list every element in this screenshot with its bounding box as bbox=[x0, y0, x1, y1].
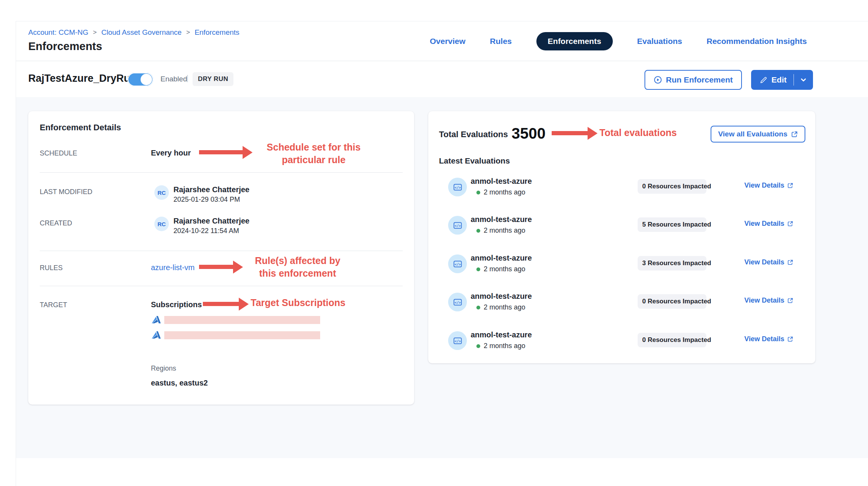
evaluation-row: </> anmol-test-azure 2 months ago 5 Reso… bbox=[428, 207, 815, 243]
last-modified-date: 2025-01-29 03:04 PM bbox=[173, 196, 240, 204]
tab-recommendation-insights[interactable]: Recommendation Insights bbox=[706, 37, 807, 46]
latest-evaluations-label: Latest Evaluations bbox=[439, 156, 510, 165]
rules-label: RULES bbox=[40, 264, 63, 272]
tab-rules[interactable]: Rules bbox=[490, 37, 512, 46]
rule-link[interactable]: azure-list-vm bbox=[151, 263, 194, 272]
evaluation-name: anmol-test-azure bbox=[471, 177, 532, 186]
resources-impacted-badge: 0 Resources Impacted bbox=[638, 333, 706, 347]
evaluation-time: 2 months ago bbox=[484, 303, 525, 311]
total-annotation: Total evaluations bbox=[599, 126, 710, 139]
breadcrumb: Account: CCM-NG > Cloud Asset Governance… bbox=[28, 28, 240, 37]
enforcement-details-card: Enforcement Details SCHEDULE Every hour … bbox=[28, 111, 414, 405]
schedule-value: Every hour bbox=[151, 149, 191, 157]
script-icon: </> bbox=[448, 254, 467, 273]
view-details-link[interactable]: View Details bbox=[744, 296, 793, 305]
external-link-icon bbox=[787, 259, 793, 265]
target-type: Subscriptions bbox=[151, 300, 202, 309]
view-details-link[interactable]: View Details bbox=[744, 335, 793, 343]
target-annotation-arrow bbox=[203, 302, 239, 306]
last-modified-label: LAST MODIFIED bbox=[40, 188, 92, 196]
regions-value: eastus, eastus2 bbox=[151, 379, 208, 387]
total-evaluations-value: 3500 bbox=[512, 125, 546, 142]
status-dot bbox=[476, 191, 480, 194]
top-tabs: Overview Rules Enforcements Evaluations … bbox=[430, 32, 807, 50]
section-divider bbox=[40, 251, 403, 251]
tab-overview[interactable]: Overview bbox=[430, 37, 465, 46]
view-details-link[interactable]: View Details bbox=[744, 220, 793, 228]
status-dot bbox=[476, 344, 480, 348]
breadcrumb-governance-link[interactable]: Cloud Asset Governance bbox=[101, 28, 181, 37]
status-separator: | bbox=[186, 74, 188, 83]
subscription-redacted-bar bbox=[164, 331, 320, 339]
status-dot bbox=[476, 229, 480, 233]
view-details-label: View Details bbox=[744, 220, 784, 228]
evaluation-time: 2 months ago bbox=[484, 265, 525, 273]
edit-label: Edit bbox=[771, 75, 787, 84]
evaluation-name: anmol-test-azure bbox=[471, 292, 532, 301]
schedule-annotation: Schedule set for this particular rule bbox=[253, 141, 375, 166]
schedule-annotation-arrow bbox=[199, 150, 243, 154]
edit-split-button[interactable]: Edit bbox=[751, 70, 813, 90]
toggle-knob bbox=[141, 74, 152, 85]
view-all-evaluations-label: View all Evaluations bbox=[718, 130, 787, 138]
svg-text:</>: </> bbox=[454, 223, 461, 227]
details-title: Enforcement Details bbox=[40, 123, 121, 133]
tab-enforcements[interactable]: Enforcements bbox=[536, 32, 613, 50]
regions-label: Regions bbox=[151, 364, 176, 373]
view-details-label: View Details bbox=[744, 258, 784, 266]
created-label: CREATED bbox=[40, 219, 72, 227]
evaluation-name: anmol-test-azure bbox=[471, 254, 532, 262]
section-divider bbox=[40, 286, 403, 286]
evaluation-row: </> anmol-test-azure 2 months ago 3 Reso… bbox=[428, 245, 815, 282]
screen: Account: CCM-NG > Cloud Asset Governance… bbox=[0, 0, 868, 486]
view-details-label: View Details bbox=[744, 296, 784, 305]
tab-evaluations[interactable]: Evaluations bbox=[637, 37, 682, 46]
enabled-toggle[interactable] bbox=[128, 73, 153, 86]
subscription-redacted-bar bbox=[164, 316, 320, 324]
edit-more-button[interactable] bbox=[794, 76, 813, 83]
chevron-down-icon bbox=[800, 76, 807, 83]
azure-icon bbox=[151, 315, 161, 325]
total-evaluations-label: Total Evaluations bbox=[439, 130, 508, 139]
evaluation-time: 2 months ago bbox=[484, 227, 525, 235]
external-link-icon bbox=[791, 131, 798, 138]
created-name: Rajarshee Chatterjee bbox=[173, 217, 249, 225]
last-modified-name: Rajarshee Chatterjee bbox=[173, 185, 249, 194]
script-icon: </> bbox=[448, 293, 467, 311]
rules-annotation-arrow bbox=[199, 265, 233, 269]
dry-run-badge: DRY RUN bbox=[193, 72, 233, 86]
subscription-row bbox=[151, 330, 320, 340]
script-icon: </> bbox=[448, 178, 467, 196]
status-dot bbox=[476, 306, 480, 309]
run-enforcement-button[interactable]: Run Enforcement bbox=[645, 70, 742, 90]
view-details-link[interactable]: View Details bbox=[744, 258, 793, 266]
svg-text:</>: </> bbox=[454, 262, 461, 266]
edit-button[interactable]: Edit bbox=[751, 75, 794, 84]
view-details-link[interactable]: View Details bbox=[744, 181, 793, 190]
play-icon bbox=[654, 76, 662, 84]
resources-impacted-badge: 3 Resources Impacted bbox=[638, 256, 706, 271]
evaluation-time: 2 months ago bbox=[484, 342, 525, 350]
evaluation-row: </> anmol-test-azure 2 months ago 0 Reso… bbox=[428, 168, 815, 205]
resources-impacted-badge: 0 Resources Impacted bbox=[638, 294, 706, 309]
view-details-label: View Details bbox=[744, 335, 784, 343]
breadcrumb-separator: > bbox=[93, 29, 97, 36]
external-link-icon bbox=[787, 183, 793, 188]
enabled-label: Enabled bbox=[160, 75, 187, 83]
external-link-icon bbox=[787, 221, 793, 227]
evaluation-row: </> anmol-test-azure 2 months ago 0 Reso… bbox=[428, 322, 815, 359]
target-label: TARGET bbox=[40, 301, 67, 309]
evaluations-card: Total Evaluations 3500 Total evaluations… bbox=[428, 111, 815, 363]
breadcrumb-account-link[interactable]: Account: CCM-NG bbox=[28, 28, 88, 37]
evaluation-name: anmol-test-azure bbox=[471, 330, 532, 339]
svg-text:</>: </> bbox=[454, 300, 461, 304]
external-link-icon bbox=[787, 298, 793, 303]
svg-text:</>: </> bbox=[454, 339, 461, 343]
resources-impacted-badge: 0 Resources Impacted bbox=[638, 179, 706, 194]
schedule-label: SCHEDULE bbox=[40, 149, 77, 157]
pencil-icon bbox=[760, 76, 768, 84]
external-link-icon bbox=[787, 336, 793, 342]
breadcrumb-enforcements-link[interactable]: Enforcements bbox=[194, 28, 239, 37]
view-all-evaluations-button[interactable]: View all Evaluations bbox=[711, 126, 805, 143]
evaluation-name: anmol-test-azure bbox=[471, 215, 532, 224]
